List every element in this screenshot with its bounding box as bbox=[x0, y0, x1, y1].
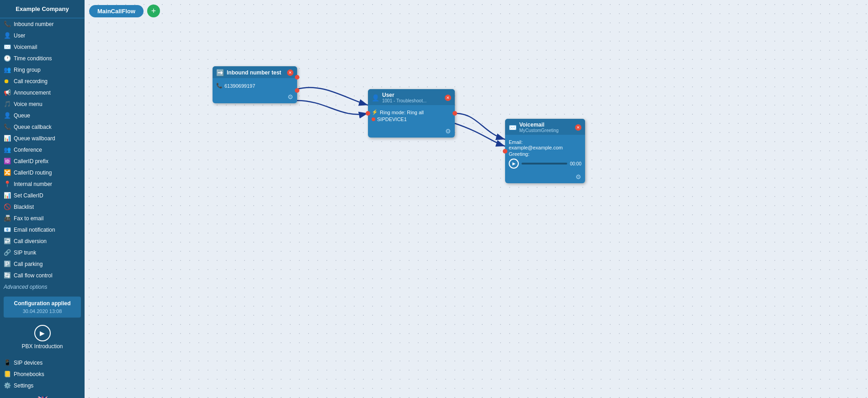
phonebooks-icon: 📒 bbox=[4, 371, 11, 377]
inbound-close-button[interactable]: ✕ bbox=[287, 69, 293, 76]
user-node-body: ⚡ Ring mode: Ring all SIPDEVICE1 bbox=[368, 105, 455, 126]
sidebar-item-time-conditions[interactable]: 🕐 Time conditions bbox=[0, 53, 85, 64]
sidebar-item-phonebooks[interactable]: 📒 Phonebooks bbox=[0, 368, 85, 380]
sidebar-item-callerid-prefix[interactable]: 🆔 CallerID prefix bbox=[0, 155, 85, 167]
voicemail-node-icon: ✉️ bbox=[509, 124, 517, 131]
inbound-node-icon: ➡️ bbox=[216, 69, 224, 76]
time-label: 00:00 bbox=[570, 161, 581, 166]
config-applied-label: Configuration applied bbox=[7, 300, 77, 307]
sidebar-item-email-notification[interactable]: 📧 Email notification bbox=[0, 224, 85, 235]
advanced-options[interactable]: Advanced options bbox=[0, 281, 85, 293]
sidebar-item-queue-callback[interactable]: 📞 Queue callback bbox=[0, 121, 85, 133]
sidebar-label: SIP trunk bbox=[14, 249, 36, 256]
sidebar-label: Conference bbox=[14, 147, 42, 153]
sidebar-item-internal-number[interactable]: 📍 Internal number bbox=[0, 178, 85, 190]
ring-mode-icon: ⚡ bbox=[372, 109, 378, 115]
voicemail-close-button[interactable]: ✕ bbox=[575, 124, 581, 131]
voicemail-in-dot bbox=[503, 149, 507, 154]
sip-trunk-icon: 🔗 bbox=[4, 249, 11, 256]
sidebar-item-sip-devices[interactable]: 📱 SIP devices bbox=[0, 357, 85, 368]
sidebar-item-set-callerid[interactable]: 📊 Set CallerID bbox=[0, 190, 85, 201]
sidebar-item-queue-wallboard[interactable]: 📊 Queue wallboard bbox=[0, 133, 85, 144]
inbound-number-icon: 📞 bbox=[4, 21, 11, 27]
sidebar-item-settings[interactable]: ⚙️ Settings bbox=[0, 380, 85, 391]
email-value: example@example.com bbox=[509, 145, 563, 150]
inbound-footer: ⚙ bbox=[213, 91, 297, 103]
sidebar-item-blacklist[interactable]: 🚫 Blacklist bbox=[0, 201, 85, 212]
sidebar-item-sip-trunk[interactable]: 🔗 SIP trunk bbox=[0, 247, 85, 258]
sidebar-item-fax-to-email[interactable]: 📠 Fax to email bbox=[0, 212, 85, 224]
pbx-intro-label: PBX Introduction bbox=[4, 343, 81, 350]
inbound-node-header: ➡️ Inbound number test ✕ bbox=[213, 66, 297, 78]
inbound-out-dot-bottom bbox=[295, 88, 299, 93]
play-button[interactable]: ▶ bbox=[509, 159, 519, 169]
voicemail-gear-icon[interactable]: ⚙ bbox=[575, 173, 581, 180]
voicemail-node-body: Email: example@example.com Greeting: ▶ 0… bbox=[505, 135, 585, 171]
recording-icon: ⏺ bbox=[4, 78, 11, 85]
sidebar-label: Email notification bbox=[14, 227, 55, 233]
sidebar-item-voicemail[interactable]: ✉️ Voicemail bbox=[0, 41, 85, 53]
sidebar-item-voice-menu[interactable]: 🎵 Voice menu bbox=[0, 98, 85, 110]
time-icon: 🕐 bbox=[4, 55, 11, 62]
sidebar-label: Ring group bbox=[14, 67, 41, 73]
user-close-button[interactable]: ✕ bbox=[445, 95, 451, 101]
user-title-group: User 1001 - Troubleshoot... bbox=[382, 92, 426, 103]
pbx-intro[interactable]: ▶ PBX Introduction bbox=[0, 321, 85, 353]
voice-menu-icon: 🎵 bbox=[4, 101, 11, 107]
sidebar-label: Queue callback bbox=[14, 124, 52, 130]
announcement-icon: 📢 bbox=[4, 89, 11, 96]
greeting-row: Greeting: bbox=[509, 151, 581, 157]
sidebar-item-queue[interactable]: 👤 Queue bbox=[0, 110, 85, 121]
user-gear-icon[interactable]: ⚙ bbox=[445, 127, 451, 135]
sidebar-label: Time conditions bbox=[14, 55, 52, 62]
sidebar-item-call-recording[interactable]: ⏺ Call recording bbox=[0, 75, 85, 87]
voicemail-footer: ⚙ bbox=[505, 171, 585, 183]
inbound-node[interactable]: ➡️ Inbound number test ✕ 📞 61390699197 ⚙ bbox=[213, 66, 297, 103]
config-box: Configuration applied 30.04.2020 13:08 bbox=[4, 297, 81, 318]
email-label: Email: bbox=[509, 139, 523, 145]
sidebar-label: User bbox=[14, 32, 25, 39]
conference-icon: 👥 bbox=[4, 146, 11, 153]
main-callflow-button[interactable]: MainCallFlow bbox=[89, 5, 144, 17]
sidebar-item-call-diversion[interactable]: ↩️ Call diversion bbox=[0, 235, 85, 247]
user-out-dot bbox=[453, 111, 457, 116]
sidebar-item-user[interactable]: 👤 User bbox=[0, 30, 85, 41]
main-canvas: MainCallFlow + ➡️ Inbound number test ✕ bbox=[85, 0, 868, 398]
sidebar-item-ring-group[interactable]: 👥 Ring group bbox=[0, 64, 85, 75]
sip-devices-icon: 📱 bbox=[4, 359, 11, 366]
inbound-header-left: ➡️ Inbound number test bbox=[216, 69, 281, 76]
ring-group-icon: 👥 bbox=[4, 66, 11, 73]
sidebar-item-inbound-number[interactable]: 📞 Inbound number bbox=[0, 18, 85, 30]
sidebar-label: Fax to email bbox=[14, 215, 43, 222]
sidebar-item-conference[interactable]: 👥 Conference bbox=[0, 144, 85, 155]
user-node-icon: 👤 bbox=[372, 94, 379, 101]
sidebar-item-call-parking[interactable]: 🅿️ Call parking bbox=[0, 258, 85, 270]
pbx-play-icon[interactable]: ▶ bbox=[34, 325, 51, 341]
user-header-left: 👤 User 1001 - Troubleshoot... bbox=[372, 92, 426, 103]
inbound-gear-icon[interactable]: ⚙ bbox=[288, 93, 293, 101]
call-diversion-icon: ↩️ bbox=[4, 238, 11, 244]
sidebar-label: Blacklist bbox=[14, 204, 34, 210]
email-notification-icon: 📧 bbox=[4, 226, 11, 233]
phone-icon: 📞 bbox=[216, 83, 223, 89]
voicemail-node[interactable]: ✉️ Voicemail MyCustomGreeting ✕ Email: e… bbox=[505, 119, 585, 183]
sidebar-label: Settings bbox=[14, 382, 33, 389]
user-node[interactable]: 👤 User 1001 - Troubleshoot... ✕ ⚡ Ring m… bbox=[368, 89, 455, 138]
progress-bar bbox=[522, 163, 567, 165]
topbar: MainCallFlow + bbox=[89, 5, 160, 17]
sidebar-item-announcement[interactable]: 📢 Announcement bbox=[0, 87, 85, 98]
sidebar-item-callerid-routing[interactable]: 🔀 CallerID routing bbox=[0, 167, 85, 178]
add-flow-button[interactable]: + bbox=[147, 5, 160, 17]
sidebar-item-call-flow-control[interactable]: 🔄 Call flow control bbox=[0, 270, 85, 281]
sip-device-row: SIPDEVICE1 bbox=[372, 117, 451, 122]
queue-wallboard-icon: 📊 bbox=[4, 135, 11, 142]
call-parking-icon: 🅿️ bbox=[4, 260, 11, 267]
voicemail-node-header: ✉️ Voicemail MyCustomGreeting ✕ bbox=[505, 119, 585, 135]
ring-mode-label: Ring mode: Ring all bbox=[380, 110, 424, 115]
company-name: Example Company bbox=[0, 0, 85, 18]
ring-mode-row: ⚡ Ring mode: Ring all bbox=[372, 109, 451, 115]
call-flow-control-icon: 🔄 bbox=[4, 272, 11, 279]
sidebar-label: Voicemail bbox=[14, 44, 37, 50]
internal-number-icon: 📍 bbox=[4, 180, 11, 187]
sidebar-label: Call recording bbox=[14, 78, 48, 85]
